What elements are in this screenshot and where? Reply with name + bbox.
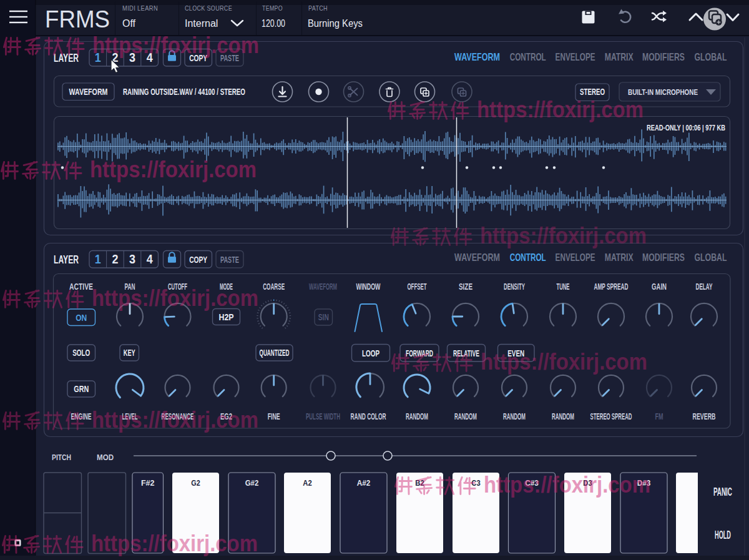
svg-text:ACTIVE: ACTIVE [69,282,93,292]
svg-text:TEMPO: TEMPO [262,4,283,12]
svg-text:https://foxirj.com: https://foxirj.com [91,531,258,556]
svg-text:STEREO SPREAD: STEREO SPREAD [590,411,632,421]
svg-text:PULSE WIDTH: PULSE WIDTH [306,411,340,421]
svg-text:BUILT-IN MICROPHONE: BUILT-IN MICROPHONE [628,87,698,97]
svg-text:FM: FM [655,411,663,421]
svg-text:https://foxirj.com: https://foxirj.com [92,407,258,433]
svg-text:WAVEFORM: WAVEFORM [309,282,337,292]
svg-text:LAYER: LAYER [54,52,79,64]
svg-text:RANDOM: RANDOM [552,411,574,421]
svg-text:Off: Off [122,18,136,29]
svg-text:SIZE: SIZE [459,282,472,292]
svg-text:TUNE: TUNE [557,282,570,292]
svg-text:CLOCK SOURCE: CLOCK SOURCE [185,4,232,12]
svg-text:MODIFIERS: MODIFIERS [642,252,685,263]
svg-text:RAINING OUTSIDE.WAV / 44100 /: RAINING OUTSIDE.WAV / 44100 / STEREO [123,86,245,97]
svg-text:MIDI LEARN: MIDI LEARN [122,4,158,12]
svg-text:https://foxirj.com: https://foxirj.com [481,349,647,375]
svg-text:FRMS: FRMS [45,6,110,32]
svg-text:A2: A2 [303,478,311,488]
svg-text:LOOP: LOOP [362,348,379,358]
svg-text:PASTE: PASTE [220,254,239,265]
svg-text:SOLO: SOLO [72,348,90,358]
svg-text:MATRIX: MATRIX [605,252,634,263]
svg-text:https://foxirj.com: https://foxirj.com [484,472,650,498]
svg-text:OFFSET: OFFSET [408,282,427,292]
svg-text:DELAY: DELAY [696,282,713,292]
svg-text:3: 3 [129,252,135,266]
svg-text:WAVEFORM: WAVEFORM [69,86,108,97]
svg-text:F#2: F#2 [141,478,155,488]
svg-text:Burning Keys: Burning Keys [308,18,363,29]
svg-text:STEREO: STEREO [580,86,605,97]
svg-text:LAYER: LAYER [54,253,79,266]
svg-text:WINDOW: WINDOW [356,282,381,292]
svg-text:REVERB: REVERB [693,411,716,421]
svg-text:RANDOM: RANDOM [503,411,526,421]
svg-text:KEY: KEY [124,348,135,358]
svg-text:PATCH: PATCH [308,4,328,12]
svg-text:HOLD: HOLD [715,529,731,541]
svg-text:https://foxirj.com: https://foxirj.com [477,97,644,122]
svg-text:MOD: MOD [97,453,114,462]
svg-text:PITCH: PITCH [52,453,71,462]
svg-text:CONTROL: CONTROL [510,51,546,63]
svg-text:GLOBAL: GLOBAL [695,51,727,63]
svg-text:SIN: SIN [318,312,329,322]
svg-text:https://foxirj.com: https://foxirj.com [480,223,647,248]
svg-text:G2: G2 [191,478,200,488]
svg-text:A#2: A#2 [357,478,371,488]
svg-text:WAVEFORM: WAVEFORM [454,51,500,63]
svg-text:https://foxirj.com: https://foxirj.com [92,32,259,58]
svg-text:QUANTIZED: QUANTIZED [260,348,290,358]
svg-text:4: 4 [147,252,154,266]
svg-text:ENVELOPE: ENVELOPE [556,51,595,63]
svg-text:https://foxirj.com: https://foxirj.com [92,285,258,311]
svg-text:WAVEFORM: WAVEFORM [454,252,500,263]
svg-text:COARSE: COARSE [263,282,285,292]
svg-text:MODIFIERS: MODIFIERS [642,51,685,63]
svg-text:https://foxirj.com: https://foxirj.com [90,157,257,182]
svg-text:PANIC: PANIC [713,486,732,498]
svg-text:COPY: COPY [189,254,207,265]
svg-text:GRN: GRN [74,384,89,394]
svg-text:FINE: FINE [268,411,280,421]
svg-text:2: 2 [112,252,118,266]
svg-text:RANDOM: RANDOM [406,411,428,421]
svg-text:GLOBAL: GLOBAL [695,252,727,263]
svg-text:G#2: G#2 [245,478,259,488]
svg-text:MATRIX: MATRIX [605,51,634,63]
svg-text:Internal: Internal [185,18,218,29]
svg-text:GAIN: GAIN [652,282,667,292]
svg-text:ENVELOPE: ENVELOPE [556,252,595,263]
svg-text:1: 1 [95,252,101,266]
svg-text:CONTROL: CONTROL [510,252,546,263]
svg-text:DENSITY: DENSITY [504,282,525,292]
svg-text:RAND COLOR: RAND COLOR [351,411,386,421]
svg-text:120.00: 120.00 [262,18,285,29]
svg-text:H2P: H2P [219,312,234,322]
svg-text:READ-ONLY | 00:06 | 977 KB: READ-ONLY | 00:06 | 977 KB [647,123,725,132]
svg-text:RANDOM: RANDOM [454,411,477,421]
svg-text:ON: ON [76,313,87,323]
svg-text:AMP SPREAD: AMP SPREAD [594,282,629,292]
